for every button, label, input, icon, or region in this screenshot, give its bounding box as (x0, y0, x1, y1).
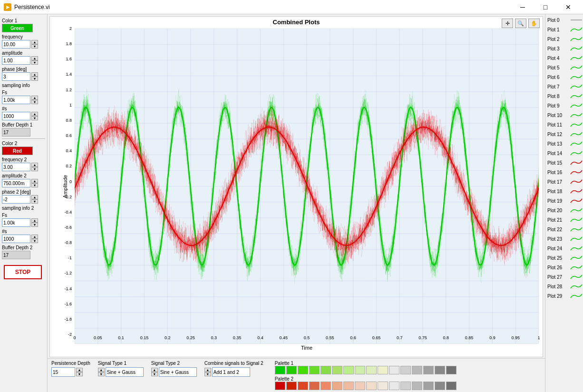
ns2-spin-down[interactable]: ▼ (31, 239, 38, 243)
amplitude-input[interactable] (2, 56, 30, 65)
plot-item-13[interactable]: Plot 13 (546, 139, 582, 148)
plot-item-4[interactable]: Plot 4 (546, 53, 582, 63)
frequency-spin-down[interactable]: ▼ (31, 44, 38, 49)
plot-item-10[interactable]: Plot 10 (546, 110, 582, 120)
palette1-cell-4[interactable] (321, 366, 331, 374)
palette1-cell-1[interactable] (286, 366, 297, 374)
palette2-cell-2[interactable] (298, 382, 308, 390)
combine-spin-up[interactable]: ▲ (204, 368, 211, 372)
plot-item-28[interactable]: Plot 28 (546, 282, 582, 291)
plot-item-14[interactable]: Plot 14 (546, 148, 582, 158)
signal-type1-spin-up[interactable]: ▲ (98, 368, 105, 372)
plot-item-23[interactable]: Plot 23 (546, 234, 582, 244)
plot-item-6[interactable]: Plot 6 (546, 72, 582, 82)
signal-type2-spin-up[interactable]: ▲ (151, 368, 158, 372)
palette2-cell-15[interactable] (446, 382, 457, 390)
amplitude2-spin-down[interactable]: ▼ (31, 183, 38, 187)
ns-spin-up[interactable]: ▲ (31, 112, 38, 116)
palette2-cell-13[interactable] (423, 382, 434, 390)
plot-item-2[interactable]: Plot 2 (546, 34, 582, 44)
fs2-input[interactable] (2, 218, 30, 227)
palette1-cell-10[interactable] (389, 366, 399, 374)
zoom-tool[interactable]: 🔍 (515, 19, 526, 28)
phase2-input[interactable] (2, 195, 30, 204)
palette1-cell-12[interactable] (412, 366, 422, 374)
pan-tool[interactable]: ✋ (528, 19, 540, 28)
frequency-input[interactable] (2, 40, 30, 49)
close-button[interactable]: ✕ (557, 0, 579, 14)
palette1-cell-6[interactable] (343, 366, 354, 374)
combine-spin-down[interactable]: ▼ (204, 372, 211, 376)
amplitude-spin-down[interactable]: ▼ (31, 60, 38, 65)
minimize-button[interactable]: ─ (512, 0, 534, 14)
amplitude2-spin-up[interactable]: ▲ (31, 179, 38, 183)
fs-spin-up[interactable]: ▲ (31, 96, 38, 100)
palette2-cell-7[interactable] (355, 382, 365, 390)
plot-item-12[interactable]: Plot 12 (546, 129, 582, 139)
plot-item-16[interactable]: Plot 16 (546, 167, 582, 177)
plot-item-11[interactable]: Plot 11 (546, 120, 582, 129)
plot-item-22[interactable]: Plot 22 (546, 225, 582, 234)
palette2-cell-3[interactable] (309, 382, 320, 390)
plot-item-20[interactable]: Plot 20 (546, 206, 582, 215)
plot-item-25[interactable]: Plot 25 (546, 253, 582, 263)
palette2-cell-5[interactable] (332, 382, 342, 390)
palette1-cell-11[interactable] (400, 366, 411, 374)
palette1-cell-7[interactable] (355, 366, 365, 374)
ns2-input[interactable] (2, 235, 30, 243)
signal-type1-spin-down[interactable]: ▼ (98, 372, 105, 376)
amplitude-spin-up[interactable]: ▲ (31, 56, 38, 60)
signal-type2-spin-down[interactable]: ▼ (151, 372, 158, 376)
plot-item-19[interactable]: Plot 19 (546, 196, 582, 206)
palette1-cell-14[interactable] (435, 366, 445, 374)
palette1-cell-13[interactable] (423, 366, 434, 374)
palette2-cell-10[interactable] (389, 382, 399, 390)
phase-spin-up[interactable]: ▲ (31, 72, 38, 77)
ns2-spin-up[interactable]: ▲ (31, 235, 38, 239)
plot-item-26[interactable]: Plot 26 (546, 263, 582, 272)
frequency2-spin-down[interactable]: ▼ (31, 167, 38, 171)
palette1-cell-15[interactable] (446, 366, 457, 374)
palette1-cell-2[interactable] (298, 366, 308, 374)
plot-item-3[interactable]: Plot 3 (546, 44, 582, 53)
ns-input[interactable] (2, 112, 30, 120)
palette2-cell-6[interactable] (343, 382, 354, 390)
maximize-button[interactable]: □ (534, 0, 556, 14)
plot-item-1[interactable]: Plot 1 (546, 25, 582, 34)
plot-item-0[interactable]: Plot 0 (546, 15, 582, 25)
plot-item-24[interactable]: Plot 24 (546, 244, 582, 253)
phase-input[interactable] (2, 72, 30, 81)
signal-type1-input[interactable] (106, 367, 144, 377)
palette2-cell-9[interactable] (378, 382, 388, 390)
palette2-cell-8[interactable] (366, 382, 377, 390)
plot-item-5[interactable]: Plot 5 (546, 63, 582, 72)
palette2-cell-0[interactable] (275, 382, 285, 390)
fs2-spin-up[interactable]: ▲ (31, 218, 38, 223)
frequency2-spin-up[interactable]: ▲ (31, 163, 38, 167)
phase2-spin-up[interactable]: ▲ (31, 195, 38, 199)
palette2-cell-1[interactable] (286, 382, 297, 390)
color2-button[interactable]: Red (2, 147, 33, 155)
fs-spin-down[interactable]: ▼ (31, 100, 38, 104)
plot-item-29[interactable]: Plot 29 (546, 291, 582, 301)
palette2-cell-14[interactable] (435, 382, 445, 390)
palette1-cell-0[interactable] (275, 366, 285, 374)
palette1-cell-3[interactable] (309, 366, 320, 374)
combine-input[interactable] (212, 367, 250, 377)
plot-item-18[interactable]: Plot 18 (546, 186, 582, 196)
frequency-spin-up[interactable]: ▲ (31, 40, 38, 44)
stop-button[interactable]: STOP (4, 265, 42, 279)
palette2-cell-4[interactable] (321, 382, 331, 390)
fs-input[interactable] (2, 96, 30, 104)
persistence-depth-input[interactable] (51, 367, 75, 377)
palette1-cell-5[interactable] (332, 366, 342, 374)
plot-item-17[interactable]: Plot 17 (546, 177, 582, 186)
ns-spin-down[interactable]: ▼ (31, 116, 38, 120)
plot-item-9[interactable]: Plot 9 (546, 101, 582, 110)
plot-item-7[interactable]: Plot 7 (546, 82, 582, 91)
frequency2-input[interactable] (2, 163, 30, 171)
plot-item-15[interactable]: Plot 15 (546, 158, 582, 167)
plot-item-21[interactable]: Plot 21 (546, 215, 582, 225)
persistence-spin-up[interactable]: ▲ (76, 368, 83, 372)
amplitude2-input[interactable] (2, 179, 30, 187)
